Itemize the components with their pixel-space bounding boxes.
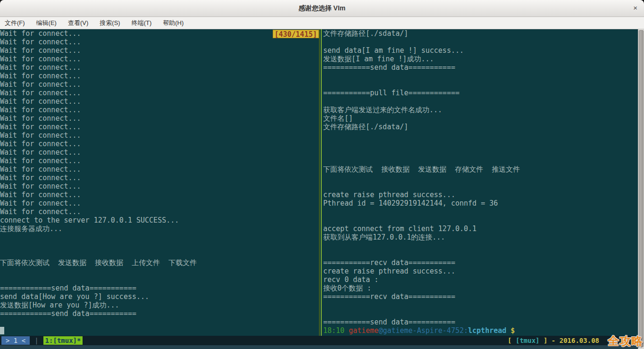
tmux-pane-left[interactable]: Wait for connect...Wait for connect...Wa… <box>0 29 319 336</box>
terminal-line: recv 0 data : <box>323 275 638 284</box>
terminal-line: Wait for connect... <box>0 148 319 157</box>
terminal-line: send data[How are you ?] success... <box>0 292 319 301</box>
status-dash: - <box>547 337 559 344</box>
terminal-window: 感谢您选择 VIm × 文件(F)编辑(E)查看(V)搜索(S)终端(T)帮助(… <box>0 0 644 349</box>
terminal-line: Wait for connect... <box>0 80 319 89</box>
terminal-line: 发送数据[I am fine !]成功... <box>323 55 638 63</box>
terminal-line: 获取到从客户端127.0.0.1的连接... <box>323 233 638 241</box>
status-separator: | <box>34 337 38 344</box>
window-chip[interactable]: 1:[tmux]* <box>43 336 83 345</box>
terminal-line: Wait for connect... <box>0 29 319 38</box>
terminal-line: 获取客户端发送过来的文件名成功... <box>323 106 638 114</box>
terminal-line: 下面将依次测试 接收数据 发送数据 存储文件 推送文件 <box>323 165 638 174</box>
terminal-line: 文件存储路径[./sdata/] <box>323 123 638 131</box>
terminal-line <box>323 182 638 191</box>
window-title: 感谢您选择 VIm <box>0 4 644 13</box>
terminal-line: Wait for connect... <box>0 123 319 131</box>
terminal-line: accept connect from client 127.0.0.1 <box>323 224 638 233</box>
terminal-line: Wait for connect... <box>0 106 319 114</box>
terminal-line: Wait for connect... <box>0 55 319 63</box>
terminal-line <box>323 131 638 140</box>
terminal-line <box>323 157 638 165</box>
terminal-line: Wait for connect... <box>0 157 319 165</box>
menu-item[interactable]: 帮助(H) <box>163 19 184 27</box>
terminal-line: ============send data=========== <box>0 309 319 318</box>
terminal-line <box>323 72 638 80</box>
status-date: 2016.03.08 <box>560 337 599 344</box>
status-open-bracket: [ <box>508 337 516 344</box>
terminal-area: Wait for connect...Wait for connect...Wa… <box>0 29 644 349</box>
terminal-line: ===========pull file============ <box>323 89 638 97</box>
text-cursor <box>0 327 4 334</box>
terminal-line: 接收0个数据 : <box>323 284 638 292</box>
terminal-line <box>323 216 638 224</box>
tmux-status-bar: > 1 < | 1:[tmux]* [ [tmux] ] - 2016.03.0… <box>0 336 638 345</box>
terminal-line: ===========send data=========== <box>323 63 638 72</box>
terminal-line <box>0 250 319 258</box>
terminal-line: Pthread id = 140292919142144, connfd = 3… <box>323 199 638 208</box>
terminal-line <box>323 208 638 216</box>
shell-prompt: 18:10 gatieme @gatieme-Aspire-4752: lcpt… <box>323 326 638 335</box>
menu-item[interactable]: 文件(F) <box>5 19 25 27</box>
pane-divider-line-bright <box>321 29 322 336</box>
close-icon[interactable]: × <box>633 4 637 12</box>
status-right: [ [tmux] ] - 2016.03.08 <box>508 336 599 345</box>
terminal-line <box>0 267 319 275</box>
terminal-line: Wait for connect... <box>0 114 319 123</box>
menubar: 文件(F)编辑(E)查看(V)搜索(S)终端(T)帮助(H) <box>0 17 644 29</box>
terminal-line: Wait for connect... <box>0 131 319 140</box>
pane-left-lines: Wait for connect...Wait for connect...Wa… <box>0 29 319 326</box>
terminal-line: create raise pthread success... <box>323 267 638 275</box>
scrollbar[interactable] <box>638 29 644 349</box>
terminal-line <box>323 38 638 46</box>
terminal-line: 文件存储路径[./sdata/] <box>323 29 638 38</box>
prompt-user: gatieme <box>349 326 378 335</box>
terminal-line: ===========recv data=========== <box>323 292 638 301</box>
terminal-line <box>323 241 638 250</box>
terminal-line <box>0 241 319 250</box>
terminal-line: Wait for connect... <box>0 38 319 46</box>
watermark-logo: 全攻略 <box>608 333 643 349</box>
terminal-line: Wait for connect... <box>0 46 319 55</box>
terminal-line: ===========send data=========== <box>323 318 638 326</box>
status-close-bracket: ] <box>540 337 548 344</box>
terminal-line: 文件名[] <box>323 114 638 123</box>
pane-divider-line-dim <box>319 29 320 336</box>
terminal-line <box>323 174 638 182</box>
terminal-line: ===========recv data=========== <box>323 258 638 267</box>
pane-divider[interactable] <box>319 29 322 336</box>
terminal-line <box>0 275 319 284</box>
terminal-line: ============send data=========== <box>0 284 319 292</box>
terminal-line: Wait for connect... <box>0 199 319 208</box>
menu-item[interactable]: 编辑(E) <box>36 19 57 27</box>
menu-item[interactable]: 查看(V) <box>68 19 88 27</box>
terminal-line <box>323 250 638 258</box>
terminal-line: 下面将依次测试 发送数据 接收数据 上传文件 下载文件 <box>0 258 319 267</box>
pane-indicator-chip[interactable]: > 1 < <box>1 336 30 345</box>
terminal-line: connect to the server 127.0.0.1 SUCCESS.… <box>0 216 319 224</box>
terminal-line: 发送数据[How are you ?]成功... <box>0 301 319 309</box>
pane-right-lines: 文件存储路径[./sdata/]send data[I am fine !] s… <box>323 29 638 326</box>
terminal-line <box>323 140 638 148</box>
terminal-line <box>323 148 638 157</box>
terminal-line: send data[I am fine !] success... <box>323 46 638 55</box>
terminal-line <box>323 301 638 309</box>
menu-item[interactable]: 终端(T) <box>132 19 152 27</box>
status-session-name: [tmux] <box>516 337 540 344</box>
titlebar[interactable]: 感谢您选择 VIm × <box>0 0 644 17</box>
terminal-line <box>323 80 638 89</box>
tmux-pane-right[interactable]: 文件存储路径[./sdata/]send data[I am fine !] s… <box>322 29 638 336</box>
terminal-line: Wait for connect... <box>0 63 319 72</box>
menu-item[interactable]: 搜索(S) <box>100 19 120 27</box>
prompt-dollar-sign: $ <box>510 326 515 335</box>
prompt-time: 18:10 <box>323 326 344 335</box>
terminal-line: create raise pthread success... <box>323 191 638 199</box>
terminal-line: Wait for connect... <box>0 89 319 97</box>
scrollbar-thumb[interactable] <box>639 30 644 347</box>
terminal-line <box>323 97 638 106</box>
terminal-line <box>323 309 638 318</box>
terminal-line: Wait for connect... <box>0 72 319 80</box>
terminal-line: Wait for connect... <box>0 182 319 191</box>
terminal-line: Wait for connect... <box>0 191 319 199</box>
terminal-line: Wait for connect... <box>0 208 319 216</box>
